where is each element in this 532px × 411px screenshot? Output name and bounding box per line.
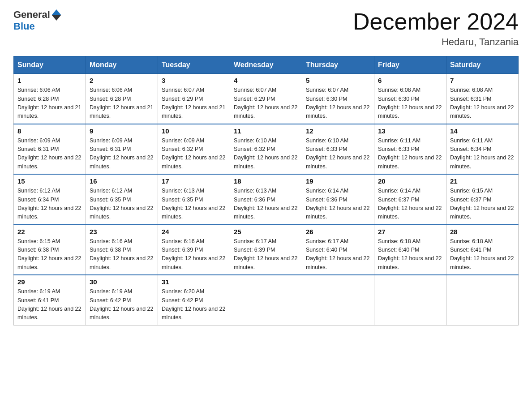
day-info: Sunrise: 6:15 AMSunset: 6:38 PMDaylight:…	[17, 237, 82, 272]
day-number: 24	[162, 228, 226, 235]
day-number: 1	[17, 77, 82, 84]
table-row: 15Sunrise: 6:12 AMSunset: 6:34 PMDayligh…	[14, 174, 86, 225]
col-thursday: Thursday	[302, 56, 374, 74]
day-number: 20	[378, 177, 442, 185]
day-number: 13	[378, 127, 442, 135]
day-number: 21	[450, 177, 515, 185]
day-number: 18	[234, 177, 298, 185]
calendar-week-1: 1Sunrise: 6:06 AMSunset: 6:28 PMDaylight…	[14, 74, 519, 124]
table-row	[302, 275, 374, 325]
day-number: 4	[234, 77, 298, 84]
table-row: 18Sunrise: 6:13 AMSunset: 6:36 PMDayligh…	[230, 174, 302, 225]
calendar-week-5: 29Sunrise: 6:19 AMSunset: 6:41 PMDayligh…	[14, 275, 519, 325]
table-row: 30Sunrise: 6:19 AMSunset: 6:42 PMDayligh…	[86, 275, 158, 325]
day-info: Sunrise: 6:08 AMSunset: 6:31 PMDaylight:…	[450, 86, 515, 121]
day-number: 28	[450, 228, 515, 235]
table-row	[230, 275, 302, 325]
logo-icon	[52, 9, 61, 21]
table-row: 4Sunrise: 6:07 AMSunset: 6:29 PMDaylight…	[230, 74, 302, 124]
table-row: 3Sunrise: 6:07 AMSunset: 6:29 PMDaylight…	[158, 74, 230, 124]
table-row: 29Sunrise: 6:19 AMSunset: 6:41 PMDayligh…	[14, 275, 86, 325]
day-info: Sunrise: 6:18 AMSunset: 6:41 PMDaylight:…	[450, 237, 515, 272]
table-row: 19Sunrise: 6:14 AMSunset: 6:36 PMDayligh…	[302, 174, 374, 225]
table-row	[446, 275, 519, 325]
table-row: 25Sunrise: 6:17 AMSunset: 6:39 PMDayligh…	[230, 225, 302, 275]
day-info: Sunrise: 6:11 AMSunset: 6:33 PMDaylight:…	[378, 137, 442, 171]
day-number: 7	[450, 77, 515, 84]
day-info: Sunrise: 6:11 AMSunset: 6:34 PMDaylight:…	[450, 137, 515, 171]
day-info: Sunrise: 6:10 AMSunset: 6:32 PMDaylight:…	[234, 137, 298, 171]
day-info: Sunrise: 6:20 AMSunset: 6:42 PMDaylight:…	[162, 287, 226, 322]
calendar-week-3: 15Sunrise: 6:12 AMSunset: 6:34 PMDayligh…	[14, 174, 519, 225]
day-number: 29	[17, 278, 82, 286]
day-number: 6	[378, 77, 442, 84]
page-title: December 2024	[353, 9, 519, 34]
table-row: 26Sunrise: 6:17 AMSunset: 6:40 PMDayligh…	[302, 225, 374, 275]
day-info: Sunrise: 6:13 AMSunset: 6:36 PMDaylight:…	[234, 187, 298, 222]
table-row: 31Sunrise: 6:20 AMSunset: 6:42 PMDayligh…	[158, 275, 230, 325]
col-tuesday: Tuesday	[158, 56, 230, 74]
day-number: 16	[90, 177, 154, 185]
col-monday: Monday	[86, 56, 158, 74]
day-info: Sunrise: 6:07 AMSunset: 6:29 PMDaylight:…	[162, 86, 226, 121]
table-row: 21Sunrise: 6:15 AMSunset: 6:37 PMDayligh…	[446, 174, 519, 225]
col-friday: Friday	[374, 56, 446, 74]
col-saturday: Saturday	[446, 56, 519, 74]
logo: General Blue	[13, 9, 61, 32]
table-row: 16Sunrise: 6:12 AMSunset: 6:35 PMDayligh…	[86, 174, 158, 225]
day-number: 11	[234, 127, 298, 135]
calendar-week-2: 8Sunrise: 6:09 AMSunset: 6:31 PMDaylight…	[14, 124, 519, 175]
day-number: 19	[306, 177, 370, 185]
day-number: 27	[378, 228, 442, 235]
table-row: 12Sunrise: 6:10 AMSunset: 6:33 PMDayligh…	[302, 124, 374, 175]
calendar-header-row: Sunday Monday Tuesday Wednesday Thursday…	[14, 56, 519, 74]
day-info: Sunrise: 6:19 AMSunset: 6:42 PMDaylight:…	[90, 287, 154, 322]
day-info: Sunrise: 6:14 AMSunset: 6:36 PMDaylight:…	[306, 187, 370, 222]
day-number: 31	[162, 278, 226, 286]
day-number: 12	[306, 127, 370, 135]
day-info: Sunrise: 6:15 AMSunset: 6:37 PMDaylight:…	[450, 187, 515, 222]
day-info: Sunrise: 6:18 AMSunset: 6:40 PMDaylight:…	[378, 237, 442, 272]
title-block: December 2024 Hedaru, Tanzania	[353, 9, 519, 48]
day-info: Sunrise: 6:17 AMSunset: 6:39 PMDaylight:…	[234, 237, 298, 272]
day-info: Sunrise: 6:09 AMSunset: 6:31 PMDaylight:…	[90, 137, 154, 171]
day-number: 5	[306, 77, 370, 84]
col-wednesday: Wednesday	[230, 56, 302, 74]
table-row: 20Sunrise: 6:14 AMSunset: 6:37 PMDayligh…	[374, 174, 446, 225]
day-number: 26	[306, 228, 370, 235]
logo-blue: Blue	[13, 21, 35, 32]
table-row: 14Sunrise: 6:11 AMSunset: 6:34 PMDayligh…	[446, 124, 519, 175]
table-row: 1Sunrise: 6:06 AMSunset: 6:28 PMDaylight…	[14, 74, 86, 124]
day-number: 22	[17, 228, 82, 235]
table-row: 23Sunrise: 6:16 AMSunset: 6:38 PMDayligh…	[86, 225, 158, 275]
day-info: Sunrise: 6:19 AMSunset: 6:41 PMDaylight:…	[17, 287, 82, 322]
day-number: 2	[90, 77, 154, 84]
day-info: Sunrise: 6:09 AMSunset: 6:32 PMDaylight:…	[162, 137, 226, 171]
table-row: 24Sunrise: 6:16 AMSunset: 6:39 PMDayligh…	[158, 225, 230, 275]
day-info: Sunrise: 6:10 AMSunset: 6:33 PMDaylight:…	[306, 137, 370, 171]
day-info: Sunrise: 6:14 AMSunset: 6:37 PMDaylight:…	[378, 187, 442, 222]
day-number: 9	[90, 127, 154, 135]
day-number: 23	[90, 228, 154, 235]
table-row: 11Sunrise: 6:10 AMSunset: 6:32 PMDayligh…	[230, 124, 302, 175]
table-row: 2Sunrise: 6:06 AMSunset: 6:28 PMDaylight…	[86, 74, 158, 124]
day-info: Sunrise: 6:16 AMSunset: 6:39 PMDaylight:…	[162, 237, 226, 272]
table-row: 17Sunrise: 6:13 AMSunset: 6:35 PMDayligh…	[158, 174, 230, 225]
table-row	[374, 275, 446, 325]
day-number: 8	[17, 127, 82, 135]
table-row: 28Sunrise: 6:18 AMSunset: 6:41 PMDayligh…	[446, 225, 519, 275]
day-info: Sunrise: 6:07 AMSunset: 6:29 PMDaylight:…	[234, 86, 298, 121]
table-row: 9Sunrise: 6:09 AMSunset: 6:31 PMDaylight…	[86, 124, 158, 175]
calendar-week-4: 22Sunrise: 6:15 AMSunset: 6:38 PMDayligh…	[14, 225, 519, 275]
day-info: Sunrise: 6:13 AMSunset: 6:35 PMDaylight:…	[162, 187, 226, 222]
day-info: Sunrise: 6:12 AMSunset: 6:34 PMDaylight:…	[17, 187, 82, 222]
day-number: 25	[234, 228, 298, 235]
day-number: 3	[162, 77, 226, 84]
page-subtitle: Hedaru, Tanzania	[353, 36, 519, 48]
table-row: 13Sunrise: 6:11 AMSunset: 6:33 PMDayligh…	[374, 124, 446, 175]
day-info: Sunrise: 6:07 AMSunset: 6:30 PMDaylight:…	[306, 86, 370, 121]
day-info: Sunrise: 6:16 AMSunset: 6:38 PMDaylight:…	[90, 237, 154, 272]
day-info: Sunrise: 6:06 AMSunset: 6:28 PMDaylight:…	[17, 86, 82, 121]
day-number: 10	[162, 127, 226, 135]
day-number: 14	[450, 127, 515, 135]
